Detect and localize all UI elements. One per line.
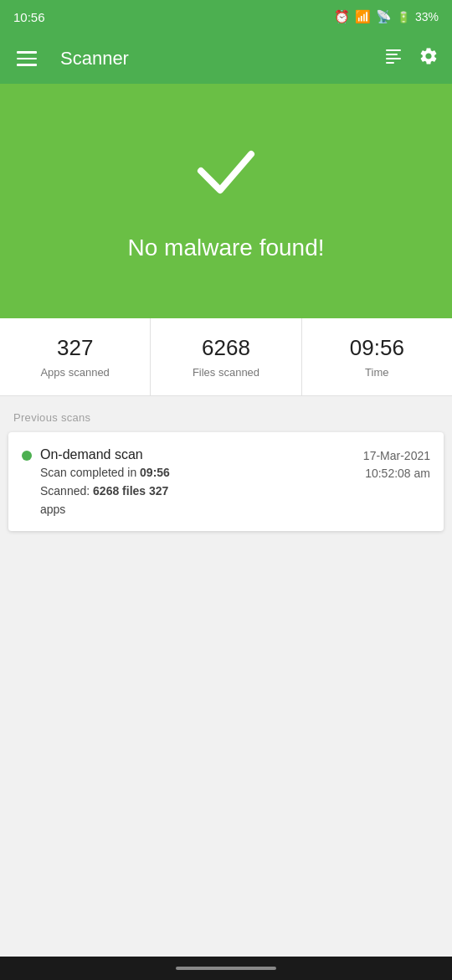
previous-scans-label: Previous scans — [0, 396, 452, 432]
scan-files: Scanned: 6268 files 327 — [40, 484, 170, 498]
scan-date-value: 17-Mar-2021 — [363, 447, 430, 465]
wifi-icon: 📶 — [355, 9, 371, 24]
hero-message: No malware found! — [127, 235, 324, 261]
stat-apps: 327 Apps scanned — [0, 318, 151, 395]
svg-rect-1 — [386, 54, 398, 55]
checkmark-icon — [188, 133, 264, 218]
toolbar: Scanner — [0, 34, 452, 84]
hero-section: No malware found! — [0, 84, 452, 318]
battery-level: 33% — [415, 10, 439, 23]
scan-files-count: 6268 files 327 — [93, 484, 168, 498]
apps-scanned-value: 327 — [57, 335, 93, 361]
svg-rect-3 — [386, 62, 394, 64]
status-bar: 10:56 ⏰ 📶 📡 🔋 33% — [0, 0, 452, 34]
scan-time-value: 10:52:08 am — [363, 465, 430, 482]
svg-rect-0 — [386, 49, 401, 51]
scan-type: On-demand scan — [40, 447, 170, 462]
files-scanned-value: 6268 — [202, 335, 250, 361]
app-title: Scanner — [60, 48, 370, 70]
scan-card-header: On-demand scan Scan completed in 09:56 S… — [22, 447, 430, 516]
stat-files: 6268 Files scanned — [151, 318, 301, 395]
time-label: Time — [365, 366, 388, 379]
bottom-bar — [0, 957, 452, 980]
stats-row: 327 Apps scanned 6268 Files scanned 09:5… — [0, 318, 452, 396]
menu-button[interactable] — [13, 48, 40, 70]
files-scanned-label: Files scanned — [193, 366, 259, 379]
scan-date: 17-Mar-2021 10:52:08 am — [363, 447, 430, 482]
apps-scanned-label: Apps scanned — [40, 366, 109, 379]
stat-time: 09:56 Time — [302, 318, 452, 395]
signal-icon: 📡 — [376, 9, 392, 24]
time-value: 09:56 — [350, 335, 404, 361]
list-icon[interactable] — [383, 46, 403, 71]
scan-card-left: On-demand scan Scan completed in 09:56 S… — [22, 447, 363, 516]
battery-icon: 🔋 — [397, 11, 410, 23]
scan-card: On-demand scan Scan completed in 09:56 S… — [8, 432, 444, 531]
scan-completed: Scan completed in 09:56 — [40, 466, 170, 479]
settings-icon[interactable] — [419, 46, 439, 71]
scan-apps-label: apps — [40, 503, 170, 516]
status-icons: ⏰ 📶 📡 🔋 33% — [334, 9, 439, 24]
clock: 10:56 — [13, 10, 45, 24]
toolbar-actions — [383, 46, 439, 71]
home-indicator — [176, 967, 276, 970]
status-dot — [22, 451, 32, 461]
alarm-icon: ⏰ — [334, 9, 350, 24]
scan-duration: 09:56 — [140, 466, 170, 479]
scan-card-info: On-demand scan Scan completed in 09:56 S… — [40, 447, 170, 516]
previous-scans-section: Previous scans On-demand scan Scan compl… — [0, 396, 452, 531]
svg-rect-2 — [386, 58, 401, 59]
